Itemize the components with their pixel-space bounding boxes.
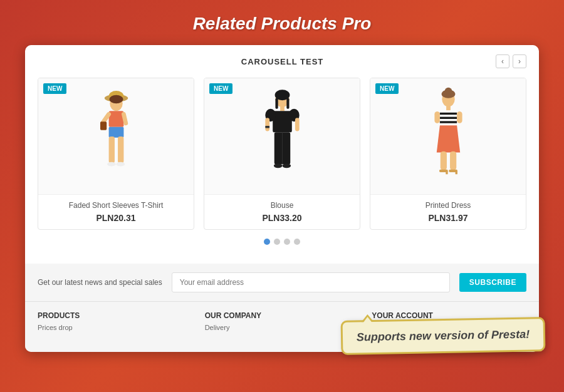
product-price-1: PLN20.31 xyxy=(44,213,187,223)
product-info-3: Printed Dress PLN31.97 xyxy=(370,194,526,229)
product-name-2: Blouse xyxy=(211,201,353,210)
svg-rect-4 xyxy=(108,111,123,127)
product-card[interactable]: NEW xyxy=(38,78,194,230)
carousel-header: CAROUSELL TEST ‹ › xyxy=(38,54,526,68)
svg-rect-37 xyxy=(457,111,462,123)
product-name-1: Faded Short Sleeves T-Shirt xyxy=(44,201,187,210)
product-image-area-1: NEW xyxy=(38,78,194,194)
products-grid: NEW xyxy=(38,78,526,230)
product-image-area-2: NEW xyxy=(204,78,360,194)
product-image-3 xyxy=(422,83,475,190)
footer-col-item-delivery[interactable]: Delivery xyxy=(205,324,360,331)
svg-rect-36 xyxy=(434,111,440,123)
product-image-area-3: NEW xyxy=(370,78,526,194)
new-badge-3: NEW xyxy=(375,83,399,94)
svg-rect-34 xyxy=(439,116,456,118)
svg-rect-10 xyxy=(118,137,123,163)
product-name-3: Printed Dress xyxy=(377,201,520,210)
svg-point-3 xyxy=(109,95,123,103)
svg-rect-7 xyxy=(100,121,107,130)
svg-rect-9 xyxy=(108,137,114,163)
svg-rect-8 xyxy=(108,126,123,137)
svg-rect-35 xyxy=(439,121,456,123)
footer-col-title-company: OUR COMPANY xyxy=(205,311,360,320)
carousel-dot-2[interactable] xyxy=(274,239,280,245)
carousel-nav: ‹ › xyxy=(496,54,526,68)
svg-point-12 xyxy=(116,162,125,166)
new-badge-2: NEW xyxy=(209,83,232,94)
svg-rect-15 xyxy=(275,98,278,108)
footer-col-company: OUR COMPANY Delivery xyxy=(205,311,360,343)
carousel-dot-1[interactable] xyxy=(264,239,270,245)
svg-rect-17 xyxy=(280,106,285,111)
svg-point-30 xyxy=(444,87,452,95)
newsletter-section: Get our latest news and special sales SU… xyxy=(25,264,539,301)
svg-rect-38 xyxy=(440,151,446,170)
carousel-title: CAROUSELL TEST xyxy=(69,57,496,66)
presta-badge-text: Supports new version of Presta! xyxy=(357,328,530,344)
carousel-dot-3[interactable] xyxy=(284,239,290,245)
subscribe-button[interactable]: SUBSCRIBE xyxy=(459,273,526,292)
svg-rect-21 xyxy=(265,118,269,131)
product-image-2 xyxy=(256,83,309,190)
carousel-next-button[interactable]: › xyxy=(513,54,526,68)
product-card-2[interactable]: NEW xyxy=(204,78,360,230)
carousel-prev-button[interactable]: ‹ xyxy=(496,54,509,68)
svg-rect-23 xyxy=(265,126,269,128)
svg-point-26 xyxy=(273,163,282,168)
carousel-dot-4[interactable] xyxy=(294,239,300,245)
footer-col-title-products: PRODUCTS xyxy=(38,311,192,320)
svg-rect-16 xyxy=(286,98,289,108)
main-card: CAROUSELL TEST ‹ › NEW xyxy=(25,45,539,352)
svg-rect-22 xyxy=(295,118,299,131)
svg-rect-39 xyxy=(450,151,456,170)
new-badge-1: NEW xyxy=(43,83,66,94)
svg-line-6 xyxy=(123,114,125,123)
product-card-3[interactable]: NEW xyxy=(370,78,526,230)
svg-point-27 xyxy=(282,163,291,168)
newsletter-email-input[interactable] xyxy=(172,272,450,292)
page-title: Related Products Pro xyxy=(0,0,564,45)
svg-rect-33 xyxy=(439,112,456,114)
product-price-2: PLN33.20 xyxy=(211,213,353,223)
product-info-1: Faded Short Sleeves T-Shirt PLN20.31 xyxy=(38,194,194,229)
product-info-2: Blouse PLN33.20 xyxy=(204,194,360,229)
product-image-1 xyxy=(90,83,143,190)
footer-col-item-prices-drop[interactable]: Prices drop xyxy=(38,324,192,331)
svg-rect-43 xyxy=(455,171,457,174)
footer-col-products: PRODUCTS Prices drop xyxy=(38,311,192,343)
carousel-section: CAROUSELL TEST ‹ › NEW xyxy=(25,45,539,264)
carousel-dots xyxy=(38,230,526,251)
svg-rect-42 xyxy=(446,171,447,174)
presta-badge: Supports new version of Presta! xyxy=(340,317,545,355)
newsletter-text: Get our latest news and special sales xyxy=(38,278,162,287)
svg-point-11 xyxy=(107,162,116,166)
svg-rect-31 xyxy=(446,106,451,110)
product-price-3: PLN31.97 xyxy=(377,213,520,223)
